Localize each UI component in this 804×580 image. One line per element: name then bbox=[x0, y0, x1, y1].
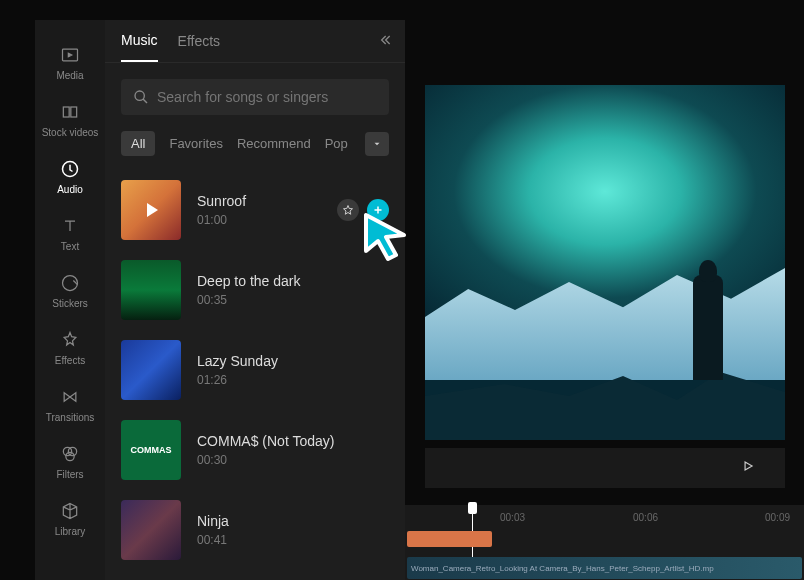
filter-pop[interactable]: Pop bbox=[325, 136, 348, 151]
filter-recommend[interactable]: Recommend bbox=[237, 136, 311, 151]
sidebar-item-effects[interactable]: Effects bbox=[35, 319, 105, 376]
sidebar-item-label: Filters bbox=[56, 469, 83, 480]
song-duration: 00:30 bbox=[197, 453, 389, 467]
timeline[interactable]: 00:03 00:06 00:09 Woman_Camera_Retro_Loo… bbox=[405, 505, 804, 580]
stock-videos-icon bbox=[59, 101, 81, 123]
favorite-button[interactable] bbox=[337, 199, 359, 221]
song-item[interactable]: Sunroof 01:00 bbox=[121, 170, 389, 250]
song-actions bbox=[337, 199, 389, 221]
song-title: Deep to the dark bbox=[197, 273, 389, 289]
tab-music[interactable]: Music bbox=[121, 32, 158, 62]
sidebar-item-stickers[interactable]: Stickers bbox=[35, 262, 105, 319]
media-icon bbox=[59, 44, 81, 66]
sidebar-item-transitions[interactable]: Transitions bbox=[35, 376, 105, 433]
song-title: Sunroof bbox=[197, 193, 337, 209]
svg-rect-2 bbox=[63, 107, 69, 117]
play-icon bbox=[121, 180, 181, 240]
play-button[interactable] bbox=[741, 459, 755, 477]
collapse-icon[interactable] bbox=[377, 32, 393, 52]
filters: All Favorites Recommend Pop bbox=[105, 125, 405, 170]
stickers-icon bbox=[59, 272, 81, 294]
sidebar-item-media[interactable]: Media bbox=[35, 34, 105, 91]
sidebar-item-label: Stickers bbox=[52, 298, 88, 309]
audio-panel: Music Effects All Favorites Recommend Po… bbox=[105, 20, 405, 580]
filters-icon bbox=[59, 443, 81, 465]
tab-effects[interactable]: Effects bbox=[178, 33, 221, 61]
ruler-mark: 00:06 bbox=[633, 512, 658, 523]
song-duration: 01:00 bbox=[197, 213, 337, 227]
audio-clip[interactable] bbox=[407, 531, 492, 547]
library-icon bbox=[59, 500, 81, 522]
filter-dropdown[interactable] bbox=[365, 132, 389, 156]
sidebar-item-label: Stock videos bbox=[42, 127, 99, 138]
transitions-icon bbox=[59, 386, 81, 408]
filter-all[interactable]: All bbox=[121, 131, 155, 156]
song-info: COMMA$ (Not Today) 00:30 bbox=[197, 433, 389, 467]
song-item[interactable]: Lazy Sunday 01:26 bbox=[121, 330, 389, 410]
song-duration: 01:26 bbox=[197, 373, 389, 387]
sidebar-item-label: Transitions bbox=[46, 412, 95, 423]
add-button[interactable] bbox=[367, 199, 389, 221]
song-duration: 00:35 bbox=[197, 293, 389, 307]
sidebar-item-label: Media bbox=[56, 70, 83, 81]
search-box[interactable] bbox=[121, 79, 389, 115]
svg-point-9 bbox=[135, 91, 144, 100]
svg-marker-1 bbox=[68, 53, 71, 56]
song-title: COMMA$ (Not Today) bbox=[197, 433, 389, 449]
preview-image bbox=[425, 85, 785, 440]
preview-controls bbox=[425, 448, 785, 488]
song-thumbnail[interactable]: COMMAS bbox=[121, 420, 181, 480]
song-info: Sunroof 01:00 bbox=[197, 193, 337, 227]
sidebar-item-label: Text bbox=[61, 241, 79, 252]
sidebar-item-label: Effects bbox=[55, 355, 85, 366]
sidebar-item-audio[interactable]: Audio bbox=[35, 148, 105, 205]
song-info: Lazy Sunday 01:26 bbox=[197, 353, 389, 387]
tabs: Music Effects bbox=[105, 20, 405, 63]
filter-favorites[interactable]: Favorites bbox=[169, 136, 222, 151]
video-clip[interactable]: Woman_Camera_Retro_Looking At Camera_By_… bbox=[407, 557, 802, 579]
song-thumbnail[interactable] bbox=[121, 260, 181, 320]
svg-point-8 bbox=[66, 452, 74, 460]
song-item[interactable]: Ninja 00:41 bbox=[121, 490, 389, 570]
song-item[interactable]: COMMAS COMMA$ (Not Today) 00:30 bbox=[121, 410, 389, 490]
sidebar-item-stock-videos[interactable]: Stock videos bbox=[35, 91, 105, 148]
sidebar: Media Stock videos Audio Text Stickers E… bbox=[35, 20, 105, 580]
song-info: Deep to the dark 00:35 bbox=[197, 273, 389, 307]
timeline-ruler[interactable]: 00:03 00:06 00:09 bbox=[405, 505, 804, 529]
text-icon bbox=[59, 215, 81, 237]
song-duration: 00:41 bbox=[197, 533, 389, 547]
song-title: Ninja bbox=[197, 513, 389, 529]
song-thumbnail[interactable] bbox=[121, 500, 181, 560]
ruler-mark: 00:03 bbox=[500, 512, 525, 523]
song-thumbnail[interactable] bbox=[121, 340, 181, 400]
song-list: Sunroof 01:00 Deep to the dark 00:35 Laz… bbox=[105, 170, 405, 580]
search-icon bbox=[133, 89, 149, 105]
song-info: Ninja 00:41 bbox=[197, 513, 389, 547]
sidebar-item-label: Audio bbox=[57, 184, 83, 195]
sidebar-item-filters[interactable]: Filters bbox=[35, 433, 105, 490]
song-thumbnail[interactable] bbox=[121, 180, 181, 240]
sidebar-item-label: Library bbox=[55, 526, 86, 537]
preview-viewport[interactable] bbox=[425, 85, 785, 440]
song-title: Lazy Sunday bbox=[197, 353, 389, 369]
svg-rect-3 bbox=[71, 107, 77, 117]
sidebar-item-library[interactable]: Library bbox=[35, 490, 105, 547]
effects-icon bbox=[59, 329, 81, 351]
sidebar-item-text[interactable]: Text bbox=[35, 205, 105, 262]
timeline-track-video[interactable]: Woman_Camera_Retro_Looking At Camera_By_… bbox=[405, 557, 804, 580]
svg-point-7 bbox=[68, 447, 76, 455]
timeline-track-audio[interactable] bbox=[405, 531, 804, 555]
audio-icon bbox=[59, 158, 81, 180]
ruler-mark: 00:09 bbox=[765, 512, 790, 523]
search-input[interactable] bbox=[157, 89, 377, 105]
song-item[interactable]: Deep to the dark 00:35 bbox=[121, 250, 389, 330]
